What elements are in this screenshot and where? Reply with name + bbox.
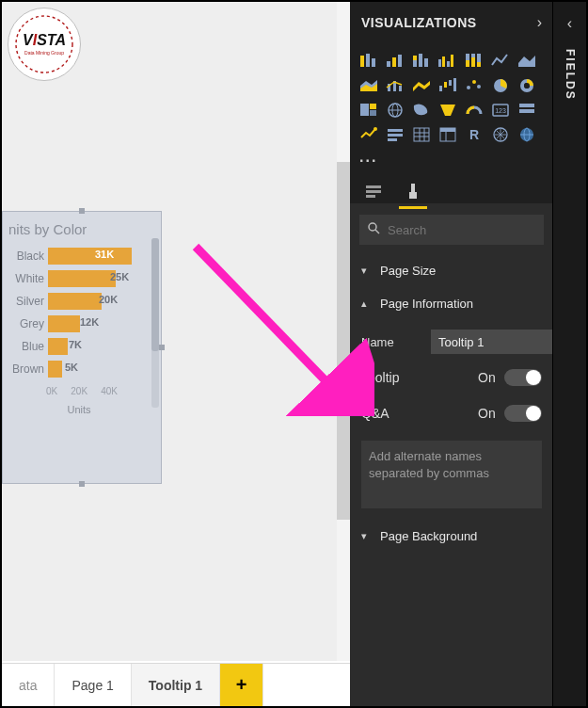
funnel-icon[interactable] xyxy=(437,100,459,121)
area-chart-icon[interactable] xyxy=(516,51,538,72)
python-visual-icon[interactable] xyxy=(489,124,512,145)
chart-title: nits by Color xyxy=(3,221,155,245)
alternate-names-input[interactable]: Add alternate names separated by commas xyxy=(361,441,542,508)
tab-data[interactable]: ata xyxy=(2,664,55,706)
svg-rect-53 xyxy=(388,129,403,132)
svg-rect-32 xyxy=(449,80,452,86)
tooltip-toggle[interactable] xyxy=(504,369,542,386)
svg-point-35 xyxy=(472,80,476,84)
clustered-column-icon[interactable] xyxy=(437,51,459,72)
svg-rect-55 xyxy=(388,138,397,141)
stacked-area-icon[interactable] xyxy=(358,75,380,96)
svg-rect-15 xyxy=(447,61,450,67)
filled-map-icon[interactable] xyxy=(410,100,433,121)
viz-more-button[interactable]: ... xyxy=(350,149,553,171)
viz-pane-title: VISUALIZATIONS xyxy=(361,15,477,30)
svg-rect-30 xyxy=(439,86,442,91)
format-mode-tab[interactable] xyxy=(401,179,425,203)
report-canvas: VISTA Data Mining Group nits by Color Bl… xyxy=(2,2,350,661)
ribbon-chart-icon[interactable] xyxy=(410,75,433,96)
chevron-up-icon: ▴ xyxy=(361,298,373,310)
svg-text:VISTA: VISTA xyxy=(23,32,66,48)
waterfall-icon[interactable] xyxy=(437,75,459,96)
tab-tooltip-1[interactable]: Tooltip 1 xyxy=(132,664,220,706)
svg-rect-4 xyxy=(366,54,370,67)
svg-rect-12 xyxy=(424,58,428,67)
matrix-icon[interactable] xyxy=(437,124,459,145)
viz-pane-header: VISUALIZATIONS › xyxy=(350,2,553,43)
gauge-icon[interactable] xyxy=(463,100,485,121)
svg-rect-16 xyxy=(451,55,453,67)
donut-chart-icon[interactable] xyxy=(516,75,538,96)
svg-rect-72 xyxy=(411,184,415,192)
fields-pane-collapsed[interactable]: ‹ FIELDS xyxy=(552,2,586,706)
svg-rect-13 xyxy=(438,59,441,67)
svg-rect-50 xyxy=(519,104,534,107)
stacked-column-icon[interactable] xyxy=(410,51,433,72)
svg-text:Data Mining Group: Data Mining Group xyxy=(24,50,64,56)
chart-scrollbar[interactable] xyxy=(151,238,159,408)
qa-label: Q&A xyxy=(361,406,478,421)
svg-rect-8 xyxy=(398,55,402,67)
chart-bars: Black31K White25K Silver20K Grey12K Blue… xyxy=(3,245,155,380)
svg-point-36 xyxy=(477,85,481,88)
chevron-down-icon: ▾ xyxy=(361,530,373,542)
svg-point-74 xyxy=(369,223,376,231)
custom-visual-icon[interactable] xyxy=(516,124,538,145)
bar-row: Grey12K xyxy=(8,313,155,335)
search-input[interactable] xyxy=(388,223,546,237)
collapse-viz-icon[interactable]: › xyxy=(537,14,542,31)
bar-row: Blue7K xyxy=(8,335,155,358)
map-icon[interactable] xyxy=(384,100,406,121)
svg-marker-47 xyxy=(440,105,455,116)
line-chart-icon[interactable] xyxy=(489,51,512,72)
name-label: Name xyxy=(361,335,421,349)
scatter-icon[interactable] xyxy=(463,75,485,96)
vista-logo: VISTA Data Mining Group xyxy=(8,8,81,81)
svg-rect-51 xyxy=(519,109,534,113)
pie-chart-icon[interactable] xyxy=(489,75,512,96)
tab-page-1[interactable]: Page 1 xyxy=(55,664,131,706)
svg-marker-29 xyxy=(413,81,430,91)
svg-text:123: 123 xyxy=(495,107,506,114)
x-axis-ticks: 0K 20K 40K xyxy=(3,380,118,396)
r-visual-icon[interactable]: R xyxy=(463,124,485,145)
tooltip-label: Tooltip xyxy=(361,370,478,385)
qa-state: On xyxy=(478,406,504,421)
svg-rect-5 xyxy=(372,58,375,67)
svg-point-40 xyxy=(524,83,530,88)
table-icon[interactable] xyxy=(410,124,433,145)
svg-rect-43 xyxy=(370,110,376,116)
kpi-icon[interactable] xyxy=(358,124,380,145)
card-icon[interactable]: 123 xyxy=(489,100,512,121)
bar-row: White25K xyxy=(8,267,155,290)
svg-rect-14 xyxy=(442,56,445,67)
qa-toggle[interactable] xyxy=(504,405,542,422)
svg-rect-71 xyxy=(366,195,375,198)
add-page-button[interactable]: + xyxy=(220,664,263,706)
svg-rect-56 xyxy=(414,128,429,141)
svg-marker-73 xyxy=(409,192,417,199)
svg-rect-70 xyxy=(366,190,381,193)
section-page-information[interactable]: ▴ Page Information xyxy=(350,287,553,320)
expand-fields-icon[interactable]: ‹ xyxy=(567,15,572,32)
clustered-bar-icon[interactable] xyxy=(384,51,406,72)
hundred-stacked-icon[interactable] xyxy=(463,51,485,72)
page-tab-strip: ata Page 1 Tooltip 1 + xyxy=(2,663,350,706)
svg-rect-33 xyxy=(453,78,456,91)
section-page-size[interactable]: ▾ Page Size xyxy=(350,254,553,287)
canvas-scrollbar[interactable] xyxy=(337,2,350,661)
page-information-body: Name Tooltip On Q&A On Add alternate nam… xyxy=(350,320,553,520)
svg-point-52 xyxy=(373,127,377,131)
svg-rect-11 xyxy=(419,54,422,67)
format-search[interactable] xyxy=(359,215,544,245)
slicer-icon[interactable] xyxy=(384,124,406,145)
format-mode-tabs xyxy=(350,171,553,203)
bar-chart-visual[interactable]: nits by Color Black31K White25K Silver20… xyxy=(2,211,162,484)
stacked-bar-icon[interactable] xyxy=(358,51,380,72)
fields-mode-tab[interactable] xyxy=(361,179,386,203)
treemap-icon[interactable] xyxy=(358,100,380,121)
multirow-card-icon[interactable] xyxy=(516,100,538,121)
section-page-background[interactable]: ▾ Page Background xyxy=(350,520,553,553)
line-column-icon[interactable] xyxy=(384,75,406,96)
